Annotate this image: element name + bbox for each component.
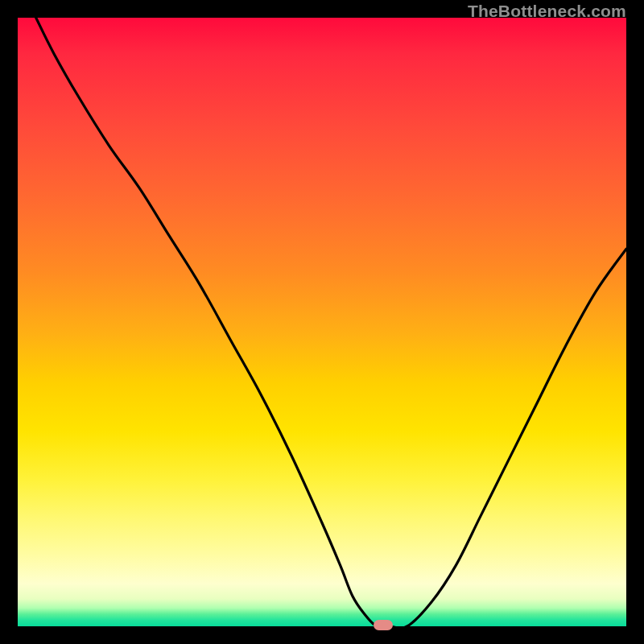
watermark-text: TheBottleneck.com	[468, 2, 626, 21]
plot-area	[18, 18, 626, 626]
curve-path	[36, 18, 626, 626]
minimum-marker	[374, 620, 393, 630]
chart-container: TheBottleneck.com	[0, 0, 644, 644]
bottleneck-curve	[18, 18, 626, 626]
